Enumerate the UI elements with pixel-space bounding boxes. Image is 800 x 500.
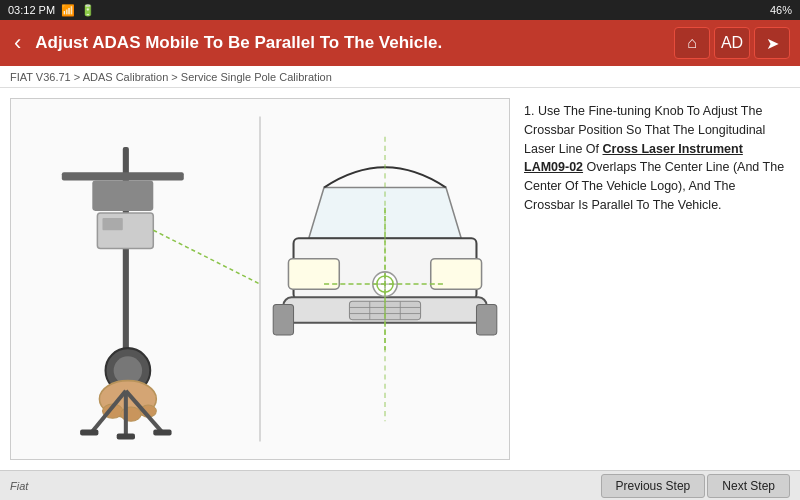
home-icon: ⌂ [687,34,697,52]
adas-icon: AD [721,34,743,52]
svg-rect-15 [117,433,135,439]
navigation-buttons: Previous Step Next Step [601,474,790,498]
forward-icon: ➤ [766,34,779,53]
adas-button[interactable]: AD [714,27,750,59]
svg-rect-37 [476,304,496,334]
instruction-number: 1. [524,104,534,118]
instruction-paragraph: 1. Use The Fine-tuning Knob To Adjust Th… [524,102,786,215]
battery-icon-small: 🔋 [81,4,95,17]
status-right: 46% [770,4,792,16]
header-bar: ‹ Adjust ADAS Mobile To Be Parallel To T… [0,20,800,66]
battery-percent: 46% [770,4,792,16]
svg-rect-18 [102,218,122,230]
instruction-text-area: 1. Use The Fine-tuning Knob To Adjust Th… [520,98,790,460]
breadcrumb: FIAT V36.71 > ADAS Calibration > Service… [0,66,800,88]
page-title: Adjust ADAS Mobile To Be Parallel To The… [35,33,664,53]
svg-rect-16 [153,429,171,435]
svg-rect-28 [288,259,339,289]
svg-rect-3 [62,172,184,180]
svg-rect-4 [92,180,153,210]
calibration-illustration [11,99,509,459]
home-button[interactable]: ⌂ [674,27,710,59]
svg-rect-14 [80,429,98,435]
brand-label: Fiat [10,480,28,492]
wifi-icon: 📶 [61,4,75,17]
time-display: 03:12 PM [8,4,55,16]
previous-step-button[interactable]: Previous Step [601,474,706,498]
svg-rect-36 [273,304,293,334]
status-bar: 03:12 PM 📶 🔋 46% [0,0,800,20]
header-icon-group: ⌂ AD ➤ [674,27,790,59]
forward-button[interactable]: ➤ [754,27,790,59]
illustration-area [10,98,510,460]
breadcrumb-text: FIAT V36.71 > ADAS Calibration > Service… [10,71,332,83]
next-step-button[interactable]: Next Step [707,474,790,498]
back-button[interactable]: ‹ [10,26,25,60]
status-left: 03:12 PM 📶 🔋 [8,4,95,17]
main-content: 1. Use The Fine-tuning Knob To Adjust Th… [0,88,800,470]
footer-bar: Fiat Previous Step Next Step [0,470,800,500]
